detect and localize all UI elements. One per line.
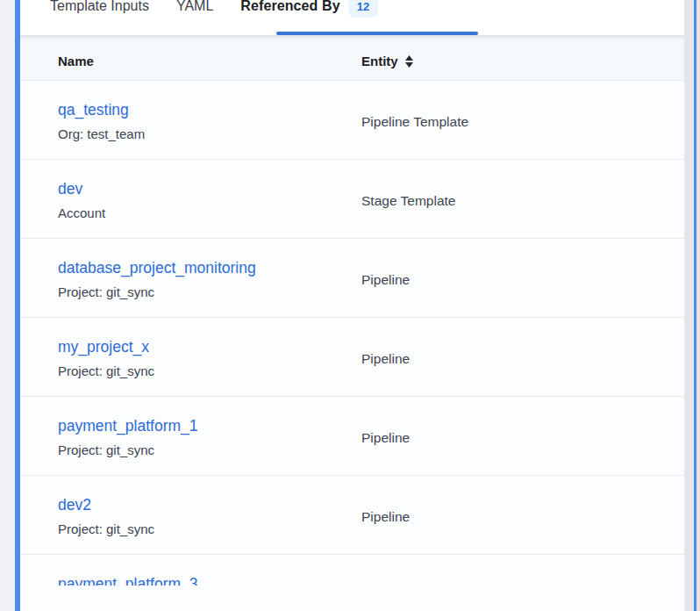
tab-yaml[interactable]: YAML [176,0,213,15]
table-row: payment_platform_1 Project: git_sync Pip… [20,397,684,476]
entity-cell: Pipeline [361,350,410,367]
referenced-by-count-badge: 12 [348,0,379,18]
scope-label: Project: git_sync [58,442,154,458]
table-row: payment_platform_3 [20,555,684,586]
name-cell: payment_platform_3 [58,575,198,586]
scope-label: Project: git_sync [58,521,154,537]
scope-label: Project: git_sync [58,363,154,379]
table-header-row: Name Entity [20,35,684,81]
table-row: database_project_monitoring Project: git… [20,239,684,318]
column-header-entity-label: Entity [361,54,398,69]
tab-template-inputs-label: Template Inputs [50,0,149,15]
template-details-drawer: Template Inputs YAML Referenced By 12 Na… [0,0,700,611]
template-reference-link[interactable]: payment_platform_3 [58,575,198,586]
column-header-entity[interactable]: Entity [361,54,413,69]
entity-cell: Pipeline [361,271,410,288]
table-body: qa_testing Org: test_team Pipeline Templ… [20,81,684,586]
name-cell: qa_testing [58,101,129,119]
referenced-by-table: Name Entity qa_testing Org: test_team Pi… [20,35,684,586]
table-row: my_project_x Project: git_sync Pipeline [20,318,684,397]
name-cell: database_project_monitoring [58,259,256,277]
table-row: dev Account Stage Template [20,160,684,239]
tab-referenced-by[interactable]: Referenced By 12 [240,0,378,20]
column-header-name: Name [58,54,94,69]
name-cell: dev [58,180,82,198]
template-reference-link[interactable]: dev2 [58,496,91,514]
sort-arrows-icon [405,55,413,68]
drawer-panel: Template Inputs YAML Referenced By 12 Na… [20,0,685,611]
tab-referenced-by-label: Referenced By [240,0,339,15]
table-row: qa_testing Org: test_team Pipeline Templ… [20,81,684,160]
page-background-left [0,0,15,611]
scope-label: Project: git_sync [58,284,154,300]
tab-template-inputs[interactable]: Template Inputs [50,0,149,15]
template-reference-link[interactable]: dev [58,180,82,198]
entity-cell: Pipeline [361,429,410,446]
page-background-right [696,0,700,611]
name-cell: dev2 [58,496,91,514]
template-reference-link[interactable]: my_project_x [58,338,149,356]
scrollbar-track[interactable] [685,0,694,611]
template-reference-link[interactable]: database_project_monitoring [58,259,256,277]
template-reference-link[interactable]: qa_testing [58,101,129,119]
template-reference-link[interactable]: payment_platform_1 [58,417,198,435]
scope-label: Org: test_team [58,126,145,142]
name-cell: payment_platform_1 [58,417,198,435]
tab-bar: Template Inputs YAML Referenced By 12 [20,0,684,35]
table-row: dev2 Project: git_sync Pipeline [20,476,684,555]
tab-yaml-label: YAML [176,0,213,15]
name-cell: my_project_x [58,338,149,356]
entity-cell: Pipeline Template [361,113,468,130]
entity-cell: Pipeline [361,508,410,525]
scope-label: Account [58,205,105,221]
entity-cell: Stage Template [361,192,455,209]
